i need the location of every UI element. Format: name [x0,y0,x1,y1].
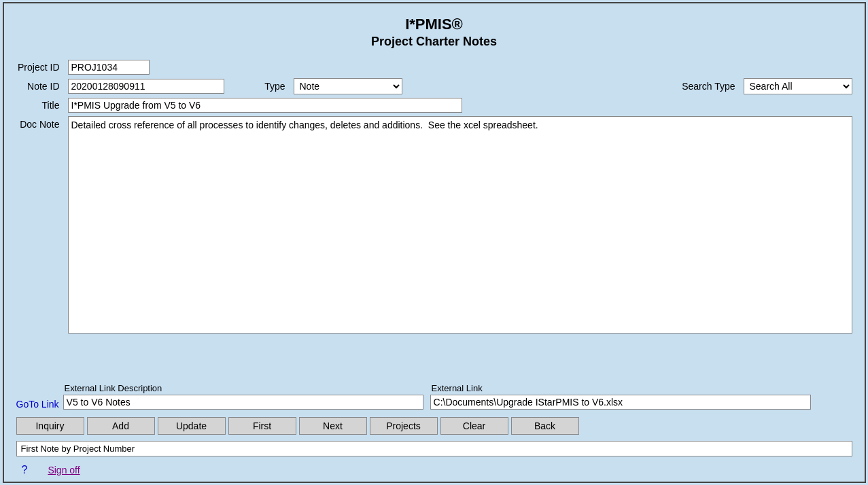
note-id-input[interactable] [68,79,224,94]
inquiry-button[interactable]: Inquiry [16,417,84,435]
app-title: I*PMIS® [4,16,865,33]
page-title: Project Charter Notes [4,35,865,49]
title-label: Title [16,100,64,111]
signoff-link[interactable]: Sign off [48,465,80,475]
button-row: Inquiry Add Update First Next Projects C… [16,414,852,436]
projects-button[interactable]: Projects [370,417,438,435]
doc-note-label: Doc Note [16,116,64,130]
search-type-label: Search Type [678,81,740,92]
project-id-label: Project ID [16,62,64,73]
note-id-label: Note ID [16,81,64,92]
first-button[interactable]: First [228,417,296,435]
title-row: Title [16,98,852,113]
title-input[interactable] [68,98,462,113]
status-bar: First Note by Project Number [16,441,852,456]
ext-link-label: External Link [430,383,811,393]
page-header: I*PMIS® Project Charter Notes [4,3,865,54]
ext-desc-group: External Link Description [63,383,423,410]
add-button[interactable]: Add [87,417,155,435]
clear-button[interactable]: Clear [440,417,508,435]
search-type-select[interactable]: Search All By Project By Type [744,78,852,94]
goto-group: GoTo Link External Link Description [16,383,423,410]
project-id-row: Project ID [16,60,852,75]
ext-desc-label: External Link Description [63,383,423,393]
footer-row: ? Sign off [16,461,852,479]
form-area: Project ID Note ID Type Note Action Deci… [4,54,865,482]
doc-note-textarea[interactable]: Detailed cross reference of all processe… [68,116,852,334]
goto-link[interactable]: GoTo Link [16,399,59,410]
update-button[interactable]: Update [158,417,226,435]
external-link-row: GoTo Link External Link Description Exte… [16,380,852,411]
help-link[interactable]: ? [22,464,28,476]
project-id-input[interactable] [68,60,150,75]
ext-link-group: External Link [430,383,811,410]
next-button[interactable]: Next [299,417,367,435]
ext-desc-input[interactable] [63,395,423,410]
ext-link-input[interactable] [430,395,811,410]
note-id-row: Note ID Type Note Action Decision Issue … [16,78,852,94]
doc-note-area: Doc Note Detailed cross reference of all… [16,116,852,377]
back-button[interactable]: Back [511,417,579,435]
type-select[interactable]: Note Action Decision Issue [294,78,402,94]
type-label: Type [242,81,290,92]
